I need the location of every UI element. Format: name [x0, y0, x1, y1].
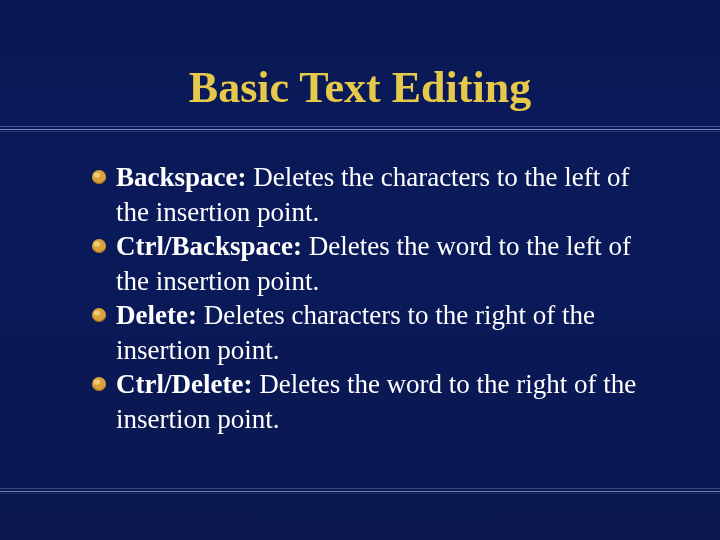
list-item-label: Backspace:: [116, 162, 247, 192]
list-item-text: Backspace: Deletes the characters to the…: [116, 160, 660, 229]
list-item-label: Ctrl/Backspace:: [116, 231, 302, 261]
title-underline: [0, 126, 720, 132]
bullet-icon: [90, 375, 108, 393]
list-item-label: Ctrl/Delete:: [116, 369, 252, 399]
list-item: Ctrl/Delete: Deletes the word to the rig…: [90, 367, 660, 436]
bullet-icon: [90, 237, 108, 255]
list-item-label: Delete:: [116, 300, 197, 330]
list-item-text: Delete: Deletes characters to the right …: [116, 298, 660, 367]
slide: Basic Text Editing Backspace: Deletes th…: [0, 0, 720, 540]
slide-title: Basic Text Editing: [0, 62, 720, 113]
svg-point-7: [94, 380, 100, 385]
bullet-icon: [90, 168, 108, 186]
bottom-underline: [0, 488, 720, 494]
bullet-list: Backspace: Deletes the characters to the…: [90, 160, 660, 436]
list-item-text: Ctrl/Delete: Deletes the word to the rig…: [116, 367, 660, 436]
svg-point-3: [94, 241, 100, 246]
svg-point-5: [94, 311, 100, 316]
bullet-icon: [90, 306, 108, 324]
list-item: Backspace: Deletes the characters to the…: [90, 160, 660, 229]
svg-point-1: [94, 172, 100, 177]
list-item: Ctrl/Backspace: Deletes the word to the …: [90, 229, 660, 298]
list-item-text: Ctrl/Backspace: Deletes the word to the …: [116, 229, 660, 298]
list-item: Delete: Deletes characters to the right …: [90, 298, 660, 367]
